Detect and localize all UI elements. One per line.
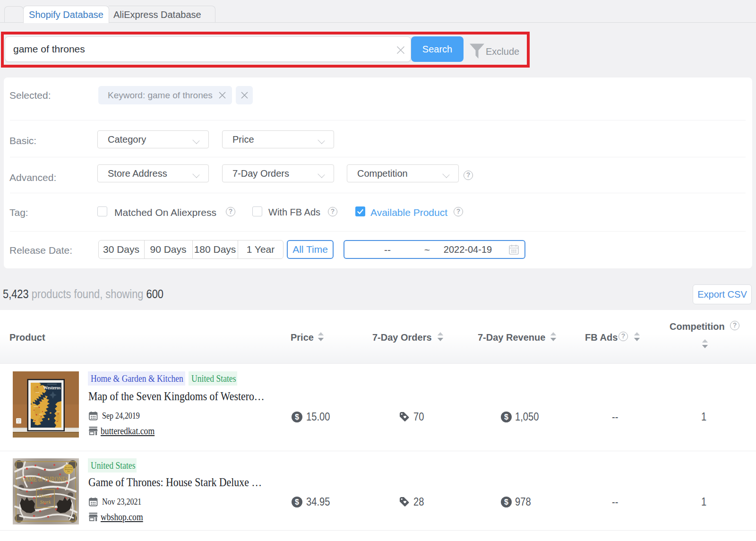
svg-text:Westeros: Westeros — [43, 386, 61, 390]
svg-text:Set: Set — [67, 471, 69, 472]
svg-text:GAME of THRONES: GAME of THRONES — [21, 476, 69, 483]
svg-text:House: House — [38, 493, 52, 498]
svg-text:Stark: Stark — [40, 499, 51, 505]
